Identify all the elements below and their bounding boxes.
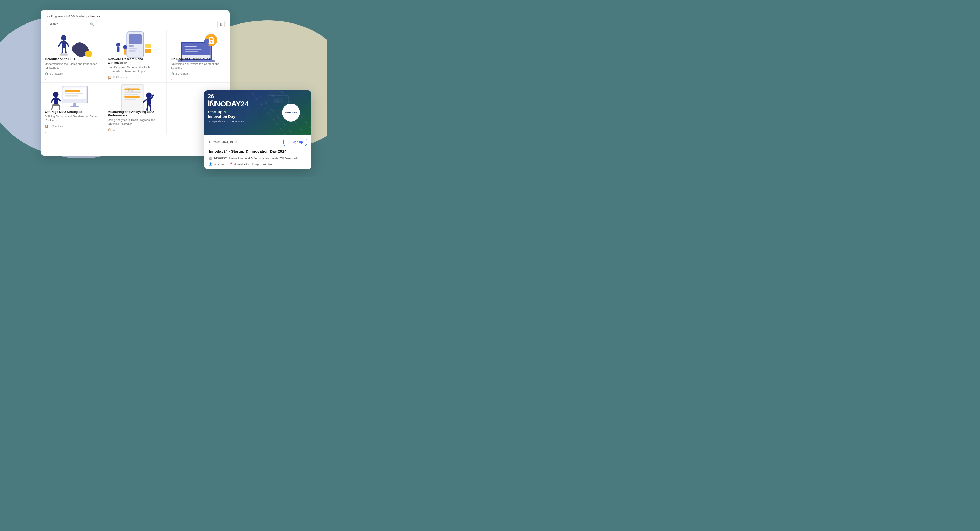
event-body: 🗓 26.09.2024, 13:00 → Sign up Innoday24 … xyxy=(204,135,311,169)
svg-line-45 xyxy=(59,105,60,110)
svg-point-16 xyxy=(123,45,127,49)
lesson-desc-3: Optimizing Your Website's Content and St… xyxy=(171,62,226,70)
search-row: 🔍 ⇅ xyxy=(46,21,224,28)
chapter-count-4: 6 Chapters xyxy=(49,124,62,128)
svg-rect-55 xyxy=(147,98,151,105)
svg-rect-25 xyxy=(185,51,198,52)
svg-rect-23 xyxy=(185,46,197,47)
chapter-count-3: 2 Chapters xyxy=(175,72,188,75)
lesson-meta-2: 📋 10 Chapters xyxy=(108,76,162,79)
lesson-dot-1 xyxy=(45,79,46,80)
breadcrumb-academy[interactable]: LoftOS Academy xyxy=(66,15,87,18)
lesson-desc-1: Understanding the Basics and Importance … xyxy=(45,62,100,70)
svg-rect-10 xyxy=(129,35,142,44)
search-input[interactable] xyxy=(49,22,90,26)
more-options-button[interactable]: ⋮ xyxy=(304,93,308,99)
svg-rect-17 xyxy=(124,49,126,54)
svg-rect-38 xyxy=(70,106,79,107)
svg-line-58 xyxy=(147,105,148,110)
svg-rect-47 xyxy=(124,88,140,90)
search-box[interactable]: 🔍 xyxy=(46,21,97,28)
svg-rect-13 xyxy=(129,50,135,51)
event-format: In person xyxy=(213,163,225,166)
chapter-count-2: 10 Chapters xyxy=(113,76,127,79)
chapter-icon-2: 📋 xyxy=(108,76,111,79)
chapter-count-5: ... xyxy=(113,128,115,131)
breadcrumb-programs[interactable]: Programs xyxy=(51,15,63,18)
svg-rect-15 xyxy=(117,47,119,52)
lms-header: ⌂ › Programs › LoftOS Academy › Lessons … xyxy=(41,10,230,30)
innovation-line2: Innovation Day xyxy=(208,114,235,119)
calendar-icon: 🗓 xyxy=(209,141,212,144)
more-icon: ⋮ xyxy=(304,94,308,99)
event-tags: 👤 In person 📍 darmstadtium Kongresszentr… xyxy=(209,163,307,166)
svg-rect-51 xyxy=(124,99,136,100)
lesson-illustration-5 xyxy=(108,86,162,110)
lesson-dot-2 xyxy=(108,79,109,80)
lesson-meta-3: 📋 2 Chapters xyxy=(171,72,226,75)
svg-rect-65 xyxy=(273,98,283,103)
svg-line-42 xyxy=(58,99,61,100)
sort-button[interactable]: ⇅ xyxy=(218,21,224,28)
location-icon: 📍 xyxy=(229,163,233,166)
home-icon[interactable]: ⌂ xyxy=(46,14,48,18)
breadcrumb: ⌂ › Programs › LoftOS Academy › Lessons xyxy=(46,14,224,18)
chapter-icon-5: 📋 xyxy=(108,128,111,131)
signup-button[interactable]: → Sign up xyxy=(283,139,307,146)
lesson-desc-5: Using Analytics to Track Progress and Op… xyxy=(108,118,162,126)
lesson-illustration-3 xyxy=(171,33,226,57)
event-location-date: 26. September 2024, darmstadtium xyxy=(208,120,248,123)
event-format-tag: 👤 In person xyxy=(209,163,225,166)
svg-point-0 xyxy=(61,35,66,40)
svg-point-53 xyxy=(131,90,134,92)
svg-line-44 xyxy=(52,105,52,110)
chapter-icon-3: 📋 xyxy=(171,72,174,75)
event-datetime-text: 26.09.2024, 13:00 xyxy=(213,141,237,144)
lesson-card-4[interactable]: Off-Page SEO Strategies Building Authori… xyxy=(41,83,104,135)
lesson-illustration-4 xyxy=(45,86,100,110)
lesson-illustration-2 xyxy=(108,33,162,57)
svg-rect-50 xyxy=(124,96,140,97)
startup-subtitle: Start-up & Innovation Day xyxy=(208,109,248,119)
chapter-icon-1: 📋 xyxy=(45,72,48,75)
svg-rect-35 xyxy=(65,92,83,94)
event-venue-row: 🏢 HIGHEST - Innovations- und Gründungsze… xyxy=(209,157,307,160)
lesson-desc-2: Identifying and Targeting the Right Keyw… xyxy=(108,65,162,73)
svg-line-2 xyxy=(59,42,62,46)
event-datetime-row: 🗓 26.09.2024, 13:00 → Sign up xyxy=(209,139,307,146)
svg-point-54 xyxy=(146,92,151,98)
event-venue: HIGHEST - Innovations- und Gründungszent… xyxy=(214,157,298,160)
svg-rect-12 xyxy=(129,48,137,49)
lesson-card-3[interactable]: On-Page SEO Techniques Optimizing Your W… xyxy=(167,30,230,83)
svg-rect-36 xyxy=(65,95,78,97)
lesson-desc-4: Building Authority and Backlinks for Bet… xyxy=(45,115,100,123)
lesson-meta-5: 📋 ... xyxy=(108,128,162,131)
svg-rect-34 xyxy=(65,89,80,92)
lesson-card-1[interactable]: Introduction to SEO Understanding the Ba… xyxy=(41,30,104,83)
svg-point-29 xyxy=(210,41,212,43)
event-name: Innoday24 - Startup & Innovation Day 202… xyxy=(209,149,307,154)
innoday-title: INNODAY24 xyxy=(208,100,248,108)
svg-point-6 xyxy=(85,51,92,57)
lesson-card-5[interactable]: Measuring and Analyzing SEO Performance … xyxy=(104,83,167,135)
event-location: darmstadtium Kongresszentrum xyxy=(234,163,274,166)
startup-line1: Start-up & xyxy=(208,110,226,114)
signup-arrow-icon: → xyxy=(287,140,290,144)
svg-rect-43 xyxy=(52,104,59,106)
svg-rect-49 xyxy=(124,94,138,95)
hashtag-text: #INNODAY24 xyxy=(285,111,298,114)
breadcrumb-lessons: Lessons xyxy=(90,15,100,18)
svg-rect-18 xyxy=(145,49,151,53)
svg-line-59 xyxy=(150,105,151,110)
person-icon: 👤 xyxy=(209,163,212,166)
svg-rect-24 xyxy=(185,49,202,50)
hashtag-circle: #INNODAY24 xyxy=(282,104,300,121)
event-banner: 26 Sep ⋮ INNODAY24 Start-up & Innovation… xyxy=(204,90,311,135)
search-icon[interactable]: 🔍 xyxy=(90,22,94,26)
lesson-card-2[interactable]: Keyword Research and Optimization Identi… xyxy=(104,30,167,83)
svg-point-30 xyxy=(204,39,209,44)
svg-line-3 xyxy=(65,42,68,46)
svg-line-56 xyxy=(144,99,147,102)
svg-point-39 xyxy=(53,92,59,97)
svg-rect-19 xyxy=(145,44,151,48)
